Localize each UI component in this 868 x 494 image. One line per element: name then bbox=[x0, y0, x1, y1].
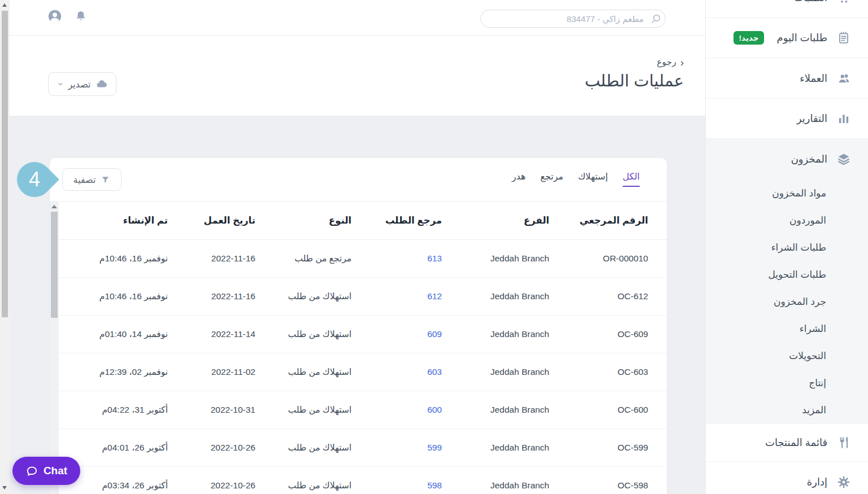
chevron-back-icon: ‹ bbox=[680, 58, 684, 67]
order-ref-link[interactable]: 613 bbox=[356, 253, 446, 264]
business-date-cell: 2022-10-31 bbox=[172, 405, 260, 415]
business-date-cell: 2022-10-26 bbox=[172, 443, 260, 453]
order-ref-link[interactable]: 600 bbox=[356, 405, 446, 415]
col-reference: الرقم المرجعي bbox=[554, 215, 653, 226]
annotation-step-number: 4 bbox=[29, 168, 40, 191]
type-cell: استهلاك من طلب bbox=[260, 405, 356, 415]
created-cell: أكتوبر 26، 04:01م bbox=[62, 443, 172, 453]
back-link[interactable]: ‹ رجوع bbox=[657, 57, 684, 67]
page-scrollbar[interactable] bbox=[0, 0, 10, 494]
sidebar-item-label: إدارة bbox=[807, 476, 827, 488]
table-row[interactable]: OC-598 Jeddah Branch 598 استهلاك من طلب … bbox=[50, 467, 667, 494]
tab-returned[interactable]: مرتجع bbox=[540, 171, 563, 187]
table-row[interactable]: OC-609 Jeddah Branch 609 استهلاك من طلب … bbox=[50, 316, 667, 353]
page-title: عمليات الطلب bbox=[585, 71, 684, 90]
sidebar-subitem-production[interactable]: إنتاج bbox=[706, 369, 868, 396]
scroll-down-icon[interactable] bbox=[2, 486, 7, 489]
sidebar-item-today-orders[interactable]: طلبات اليوم جديد! bbox=[706, 18, 868, 58]
order-ref-link[interactable]: 609 bbox=[356, 329, 446, 339]
type-cell: استهلاك من طلب bbox=[260, 329, 356, 339]
chevron-down-icon bbox=[57, 81, 64, 88]
customers-icon bbox=[836, 71, 851, 86]
created-cell: نوفمبر 02، 12:39م bbox=[62, 367, 172, 377]
user-avatar-icon[interactable] bbox=[47, 9, 62, 24]
reference-cell: OC-598 bbox=[554, 480, 653, 491]
sidebar-item-inventory[interactable]: المخزون bbox=[706, 139, 868, 180]
reference-cell: OC-599 bbox=[554, 443, 653, 453]
created-cell: نوفمبر 16، 10:46م bbox=[62, 253, 172, 264]
order-ref-link[interactable]: 599 bbox=[356, 443, 446, 453]
cloud-icon bbox=[96, 78, 108, 90]
bell-icon[interactable] bbox=[74, 10, 88, 23]
sidebar-subitem-transfers[interactable]: التحويلات bbox=[706, 342, 868, 369]
business-date-cell: 2022-11-02 bbox=[172, 367, 260, 377]
order-ref-link[interactable]: 598 bbox=[356, 480, 446, 491]
main-content: ‹ رجوع عمليات الطلب تصدير bbox=[0, 0, 705, 494]
type-cell: مرتجع من طلب bbox=[260, 253, 356, 264]
order-ref-link[interactable]: 612 bbox=[356, 291, 446, 301]
tab-consumption[interactable]: إستهلاك bbox=[578, 171, 608, 187]
type-cell: استهلاك من طلب bbox=[260, 480, 356, 491]
sidebar-subitem-inventory-items[interactable]: مواد المخزون bbox=[706, 180, 868, 207]
sidebar-item-admin[interactable]: إدارة bbox=[706, 462, 868, 494]
table-row[interactable]: OC-603 Jeddah Branch 603 استهلاك من طلب … bbox=[50, 353, 667, 391]
sidebar-subitem-more[interactable]: المزيد bbox=[706, 396, 868, 423]
new-badge: جديد! bbox=[734, 31, 765, 45]
reference-cell: OC-600 bbox=[554, 405, 653, 415]
business-date-cell: 2022-11-16 bbox=[172, 291, 260, 301]
page-scrollbar-thumb[interactable] bbox=[2, 11, 8, 317]
table-row[interactable]: OR-000010 Jeddah Branch 613 مرتجع من طلب… bbox=[50, 240, 667, 278]
col-created: تم الإنشاء bbox=[62, 215, 172, 226]
sidebar-subitem-transfer-orders[interactable]: طلبات التحويل bbox=[706, 261, 868, 288]
table-row[interactable]: OC-599 Jeddah Branch 599 استهلاك من طلب … bbox=[50, 429, 667, 467]
tab-waste[interactable]: هدر bbox=[512, 171, 526, 187]
table-row[interactable]: OC-612 Jeddah Branch 612 استهلاك من طلب … bbox=[50, 278, 667, 316]
branch-cell: Jeddah Branch bbox=[446, 443, 554, 453]
search-input[interactable] bbox=[480, 10, 666, 28]
chat-button[interactable]: Chat bbox=[12, 457, 80, 485]
business-date-cell: 2022-11-16 bbox=[172, 253, 260, 264]
sidebar: الطلبات طلبات اليوم جديد! العملاء bbox=[705, 0, 868, 494]
sidebar-item-label: الطلبات bbox=[794, 0, 827, 4]
branch-cell: Jeddah Branch bbox=[446, 367, 554, 377]
chat-bubble-icon bbox=[25, 465, 38, 478]
sidebar-item-label: المخزون bbox=[791, 153, 827, 165]
sidebar-subitem-purchase-orders[interactable]: طلبات الشراء bbox=[706, 234, 868, 261]
reports-icon bbox=[836, 111, 851, 126]
business-date-cell: 2022-10-26 bbox=[172, 480, 260, 491]
sidebar-item-orders[interactable]: الطلبات bbox=[706, 0, 868, 18]
reference-cell: OC-609 bbox=[554, 329, 653, 339]
filter-button[interactable]: تصفية bbox=[62, 168, 121, 191]
export-button[interactable]: تصدير bbox=[48, 72, 116, 96]
col-type: النوع bbox=[260, 215, 356, 226]
sidebar-item-label: قائمة المنتجات bbox=[765, 436, 827, 449]
gear-icon bbox=[836, 475, 851, 489]
clipboard-icon bbox=[836, 30, 851, 45]
scroll-up-icon[interactable] bbox=[2, 3, 7, 7]
table-scrollbar-thumb[interactable] bbox=[51, 212, 58, 318]
operations-card: الرقم المرجعي الفرع مرجع الطلب النوع تار… bbox=[50, 158, 667, 494]
type-cell: استهلاك من طلب bbox=[260, 367, 356, 377]
order-ref-link[interactable]: 603 bbox=[356, 367, 446, 377]
top-bar bbox=[0, 0, 705, 36]
table-row[interactable]: OC-600 Jeddah Branch 600 استهلاك من طلب … bbox=[50, 391, 667, 429]
sidebar-subitem-purchasing[interactable]: الشراء bbox=[706, 315, 868, 342]
table-scroll-up-icon[interactable] bbox=[51, 205, 57, 208]
type-tabs: الكل إستهلاك مرتجع هدر bbox=[512, 171, 640, 187]
tab-all[interactable]: الكل bbox=[623, 171, 640, 187]
sidebar-subitem-suppliers[interactable]: الموردون bbox=[706, 207, 868, 234]
back-label: رجوع bbox=[657, 57, 676, 67]
table-region: الرقم المرجعي الفرع مرجع الطلب النوع تار… bbox=[50, 201, 667, 494]
inventory-layers-icon bbox=[836, 152, 851, 167]
created-cell: أكتوبر 31، 04:22م bbox=[62, 405, 172, 415]
created-cell: نوفمبر 16، 10:46م bbox=[62, 291, 172, 301]
sidebar-item-customers[interactable]: العملاء bbox=[706, 58, 868, 99]
utensils-icon bbox=[836, 435, 851, 450]
sidebar-subitem-inventory-count[interactable]: جرد المخزون bbox=[706, 288, 868, 315]
branch-cell: Jeddah Branch bbox=[446, 253, 554, 264]
sidebar-item-reports[interactable]: التقارير bbox=[706, 99, 868, 139]
type-cell: استهلاك من طلب bbox=[260, 443, 356, 453]
created-cell: نوفمبر 14، 01:40م bbox=[62, 329, 172, 339]
sidebar-item-products[interactable]: قائمة المنتجات bbox=[706, 424, 868, 462]
table-scrollbar[interactable] bbox=[50, 202, 59, 494]
